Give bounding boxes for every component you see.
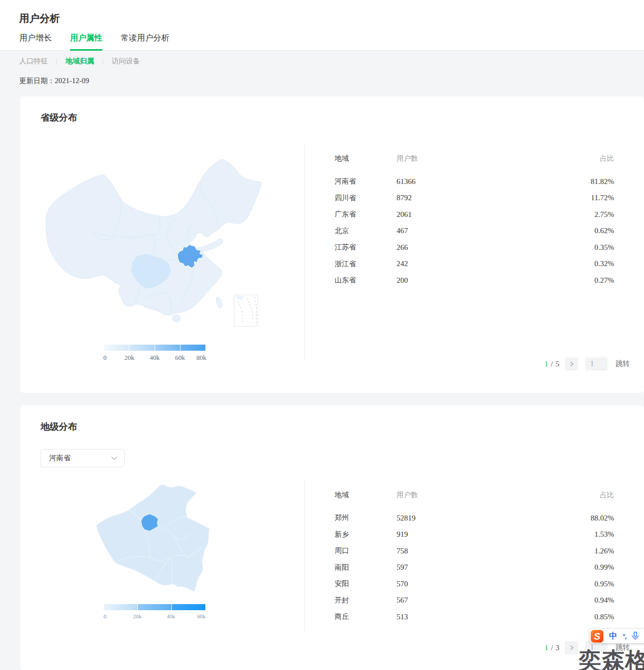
sogou-logo-icon[interactable]: S	[591, 630, 603, 643]
subtab-divider: |	[102, 58, 103, 65]
sub-tabs: 人口特征 | 地域归属 | 访问设备	[0, 57, 644, 66]
page-current: 1	[545, 360, 549, 368]
tab-user-attributes[interactable]: 用户属性	[70, 33, 102, 51]
microphone-icon[interactable]	[632, 631, 639, 641]
update-date-label: 更新日期：	[19, 77, 55, 85]
cell-region: 开封	[335, 596, 397, 605]
watermark-text: 奕森格	[579, 646, 644, 670]
col-ratio: 占比	[553, 491, 614, 500]
table-row: 山东省 200 0.27%	[335, 272, 614, 289]
china-map[interactable]	[45, 157, 263, 327]
chevron-right-icon	[569, 361, 574, 366]
cell-ratio: 81.82%	[553, 177, 614, 186]
cell-region: 浙江省	[335, 259, 397, 269]
cell-region: 江苏省	[335, 243, 397, 252]
col-users: 用户数	[397, 491, 553, 500]
cell-users: 61366	[397, 177, 553, 186]
update-date-value: 2021-12-09	[55, 77, 89, 85]
cell-region: 新乡	[335, 530, 397, 539]
page-title: 用户分析	[0, 0, 644, 25]
jump-page-input[interactable]	[585, 357, 607, 370]
legend-labels: 0 20k 40k 60k 80k	[104, 354, 205, 362]
legend-tick: 40k	[167, 613, 175, 619]
table-header-row: 地域 用户数 占比	[335, 153, 614, 164]
col-ratio: 占比	[553, 154, 614, 163]
province-card-title: 省级分布	[41, 111, 77, 124]
ime-status-bar: S 中 °,	[590, 629, 644, 643]
cell-users: 266	[397, 243, 553, 252]
legend-tick: 0	[103, 354, 107, 362]
legend-tick: 80k	[196, 354, 206, 362]
ime-punctuation-toggle[interactable]: °,	[623, 632, 626, 640]
subtab-demographics[interactable]: 人口特征	[19, 57, 48, 66]
cell-ratio: 2.75%	[553, 210, 614, 219]
legend-gradient-bar	[104, 345, 205, 351]
tab-frequent-readers[interactable]: 常读用户分析	[121, 33, 169, 50]
province-pagination: 1 / 5 跳转	[545, 357, 630, 370]
cell-region: 南阳	[335, 563, 397, 572]
legend-tick: 60k	[197, 613, 206, 619]
table-row: 江苏省 266 0.35%	[335, 239, 614, 256]
jump-button[interactable]: 跳转	[616, 359, 630, 368]
cell-ratio: 0.85%	[553, 613, 614, 621]
cell-ratio: 88.02%	[553, 514, 614, 523]
page-separator: /	[551, 644, 553, 652]
cell-users: 567	[397, 596, 553, 605]
province-distribution-card: 省级分布	[20, 96, 644, 393]
table-row: 北京 467 0.62%	[335, 223, 614, 240]
table-row: 广东省 2061 2.75%	[335, 206, 614, 223]
cell-users: 570	[397, 580, 553, 588]
legend-tick: 40k	[150, 354, 160, 362]
table-row: 浙江省 242 0.32%	[335, 256, 614, 273]
table-row: 四川省 8792 11.72%	[335, 190, 614, 207]
cell-region: 山东省	[335, 276, 397, 285]
table-row: 新乡 919 1.53%	[335, 527, 614, 543]
ime-language-toggle[interactable]: 中	[609, 631, 617, 642]
cell-users: 513	[397, 613, 553, 621]
cell-ratio: 11.72%	[553, 194, 614, 202]
subtab-devices[interactable]: 访问设备	[112, 57, 140, 66]
table-row: 河南省 61366 81.82%	[335, 173, 614, 190]
col-region: 地域	[335, 491, 397, 500]
city-card-title: 地级分布	[41, 421, 77, 433]
table-row: 商丘 513 0.85%	[335, 609, 614, 625]
cell-region: 商丘	[335, 612, 397, 621]
cell-ratio: 1.53%	[553, 530, 614, 539]
cell-users: 200	[397, 276, 553, 285]
cell-users: 919	[397, 530, 553, 539]
cell-users: 242	[397, 259, 553, 268]
chevron-right-icon	[569, 645, 574, 650]
column-divider	[304, 144, 305, 361]
cell-ratio: 0.27%	[553, 276, 614, 285]
legend-labels: 0 20k 40k 60k	[104, 613, 205, 621]
page-total: 5	[556, 360, 560, 368]
next-page-button[interactable]	[565, 357, 578, 370]
table-row: 开封 567 0.94%	[335, 592, 614, 609]
legend-tick: 0	[103, 613, 106, 619]
cell-users: 758	[397, 547, 553, 555]
table-header-row: 地域 用户数 占比	[335, 490, 614, 501]
table-row: 南阳 597 0.99%	[335, 560, 614, 576]
cell-users: 597	[397, 563, 553, 572]
next-page-button[interactable]	[565, 641, 578, 654]
cell-users: 8792	[397, 194, 553, 202]
south-china-sea-inset	[234, 295, 258, 326]
table-row: 郑州 52819 88.02%	[335, 510, 614, 527]
henan-map[interactable]	[96, 480, 248, 602]
cell-ratio: 0.99%	[553, 563, 614, 572]
province-table: 地域 用户数 占比 河南省 61366 81.82% 四川省 8792 11.7…	[335, 153, 614, 289]
cell-region: 周口	[335, 546, 397, 555]
cell-ratio: 0.94%	[553, 596, 614, 605]
tab-user-growth[interactable]: 用户增长	[19, 33, 52, 50]
subtab-divider: |	[56, 58, 57, 65]
subtab-region[interactable]: 地域归属	[65, 57, 94, 66]
user-analysis-page: 用户分析 用户增长 用户属性 常读用户分析 人口特征 | 地域归属 | 访问设备…	[0, 0, 644, 670]
city-map-legend: 0 20k 40k 60k	[104, 604, 205, 621]
cell-region: 广东省	[335, 210, 397, 219]
legend-tick: 20k	[124, 354, 134, 362]
cell-region: 四川省	[335, 194, 397, 203]
legend-tick: 60k	[175, 354, 185, 362]
province-select[interactable]: 河南省	[41, 449, 125, 467]
cell-ratio: 0.62%	[553, 227, 614, 235]
hainan-shape	[172, 314, 181, 322]
